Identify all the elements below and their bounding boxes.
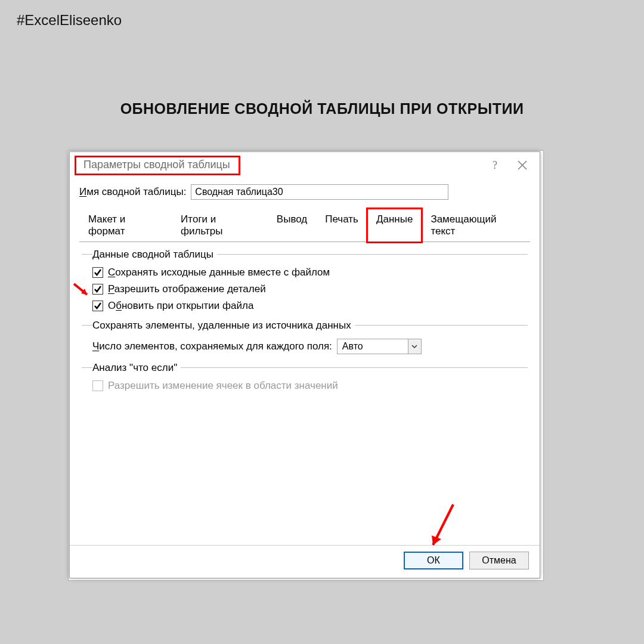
section-pivot-data-legend: Данные сводной таблицы — [92, 249, 217, 261]
checkmark-icon — [94, 302, 102, 310]
cancel-button[interactable]: Отмена — [469, 552, 529, 569]
checkmark-icon — [94, 268, 102, 277]
select-value: Авто — [338, 341, 408, 352]
page-heading: ОБНОВЛЕНИЕ СВОДНОЙ ТАБЛИЦЫ ПРИ ОТКРЫТИИ — [0, 100, 644, 117]
dropdown-button[interactable] — [408, 339, 421, 354]
retain-count-label: Число элементов, сохраняемых для каждого… — [92, 340, 332, 352]
chevron-down-icon — [411, 343, 417, 349]
checkbox-save-source-data[interactable]: Сохранять исходные данные вместе с файло… — [92, 264, 528, 281]
checkbox-label: Разрешить изменение ячеек в области знач… — [108, 380, 338, 392]
close-icon — [518, 160, 527, 170]
tab-print[interactable]: Печать — [316, 209, 367, 242]
pivot-options-dialog: Параметры сводной таблицы ? Имя сводной … — [69, 151, 540, 578]
help-icon: ? — [493, 159, 497, 172]
dialog-titlebar: Параметры сводной таблицы ? — [70, 152, 540, 178]
ok-button[interactable]: ОК — [404, 552, 463, 569]
section-pivot-data: Данные сводной таблицы Сохранять исходны… — [82, 254, 528, 317]
section-whatif: Анализ "что если" Разрешить изменение яч… — [82, 367, 528, 397]
section-whatif-legend: Анализ "что если" — [92, 362, 181, 374]
tab-data[interactable]: Данные — [367, 209, 422, 242]
tab-body-data: Данные сводной таблицы Сохранять исходны… — [70, 242, 540, 545]
retain-count-select[interactable]: Авто — [337, 339, 422, 354]
checkbox-refresh-on-open[interactable]: Обновить при открытии файла — [92, 298, 528, 314]
checkbox-label: Обновить при открытии файла — [108, 300, 253, 312]
title-highlight-annotation: Параметры сводной таблицы — [75, 156, 240, 175]
dialog-footer: ОК Отмена — [70, 545, 540, 578]
help-button[interactable]: ? — [481, 153, 509, 177]
dialog-tabs: Макет и формат Итоги и фильтры Вывод Печ… — [79, 208, 530, 242]
page-hashtag: #ExcelEliseenko — [17, 12, 122, 29]
close-button[interactable] — [509, 153, 536, 177]
dialog-title: Параметры сводной таблицы — [80, 156, 234, 173]
checkmark-icon — [94, 285, 102, 293]
pivot-name-input[interactable] — [191, 184, 448, 200]
tab-totals-filters[interactable]: Итоги и фильтры — [172, 209, 268, 242]
checkbox-label: Разрешить отображение деталей — [108, 283, 266, 295]
section-retain-legend: Сохранять элементы, удаленные из источни… — [92, 320, 355, 332]
tab-layout-format[interactable]: Макет и формат — [79, 209, 172, 242]
tab-display[interactable]: Вывод — [268, 209, 316, 242]
tab-alt-text[interactable]: Замещающий текст — [422, 209, 530, 242]
checkbox-label: Сохранять исходные данные вместе с файло… — [108, 267, 330, 278]
pivot-name-label: Имя сводной таблицы: — [79, 186, 186, 198]
checkbox-enable-cell-editing: Разрешить изменение ячеек в области знач… — [92, 377, 528, 394]
section-retain-items: Сохранять элементы, удаленные из источни… — [82, 325, 528, 359]
checkbox-enable-show-details[interactable]: Разрешить отображение деталей — [92, 281, 528, 298]
